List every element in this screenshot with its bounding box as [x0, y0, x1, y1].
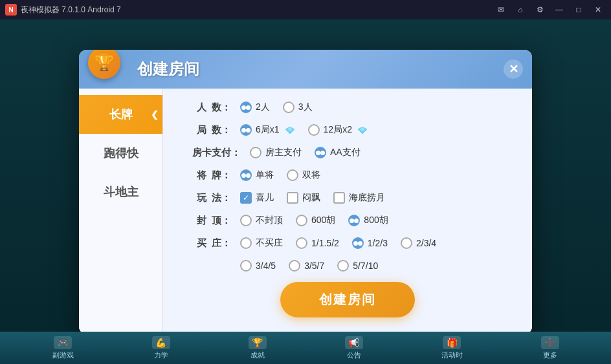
bottom-btn-more[interactable]: ➕ 更多: [541, 336, 559, 360]
gonggao-icon: 📢: [345, 336, 363, 349]
fangka-label: 房卡支付：: [183, 147, 241, 159]
settings-btn[interactable]: ⚙: [532, 3, 548, 16]
fengding-bufeng[interactable]: 不封顶: [240, 215, 283, 226]
wanfa-menpiao[interactable]: 闷飘: [287, 192, 320, 204]
renshu-row: 人 数： 2人 3人: [183, 102, 513, 114]
maizhuang-357[interactable]: 3/5/7: [289, 260, 324, 272]
dialog-title: 创建房间: [137, 59, 199, 80]
dialog-body: 长牌 跑得快 斗地主 人 数：: [79, 89, 532, 334]
renshu-label: 人 数：: [183, 102, 231, 114]
fengding-bufeng-radio[interactable]: [240, 215, 252, 226]
dialog-close-btn[interactable]: ✕: [504, 59, 523, 79]
jushu-options: 6局x1 12局x2: [240, 124, 368, 136]
jushu-label: 局 数：: [183, 124, 231, 136]
maizhuang-none[interactable]: 不买庄: [240, 237, 283, 249]
maizhuang-5710-radio[interactable]: [337, 260, 349, 272]
fangka-fangzhu[interactable]: 房主支付: [250, 147, 302, 158]
fangka-aa-radio[interactable]: [315, 147, 326, 158]
fengding-600[interactable]: 600胡: [296, 215, 335, 226]
maizhuang-234-radio[interactable]: [401, 237, 412, 249]
maizhuang-options2: 3/4/5 3/5/7 5/7/10: [240, 260, 378, 272]
renshu-2ren-radio[interactable]: [240, 102, 252, 113]
home-btn[interactable]: ⌂: [513, 3, 528, 16]
maizhuang-345-label: 3/4/5: [256, 261, 276, 271]
huodong-label: 活动时: [441, 350, 463, 360]
lixue-label: 力学: [154, 350, 168, 360]
renshu-3ren-label: 3人: [298, 102, 313, 113]
maizhuang-1152-radio[interactable]: [296, 237, 307, 249]
wanfa-label: 玩 法：: [183, 192, 231, 204]
app-logo: N: [5, 4, 17, 16]
window-controls: ✉ ⌂ ⚙ — □ ✕: [493, 3, 606, 16]
jushu-6x1-label: 6局x1: [256, 124, 280, 136]
jiangpai-shuangjian-radio[interactable]: [287, 169, 298, 181]
dialog-header: 🏆 创建房间 ✕: [79, 50, 532, 89]
maizhuang-5710[interactable]: 5/7/10: [337, 260, 378, 272]
huodong-icon: 🎁: [443, 336, 461, 349]
sidebar-item-paodekuai[interactable]: 跑得快: [79, 134, 162, 173]
maximize-btn[interactable]: □: [571, 3, 586, 16]
sidebar-item-changpai[interactable]: 长牌: [79, 95, 162, 134]
fengding-600-radio[interactable]: [296, 215, 307, 226]
bottom-btn-fugame[interactable]: 🎮 副游戏: [52, 336, 74, 360]
gonggao-label: 公告: [347, 350, 361, 360]
lixue-icon: 💪: [152, 336, 170, 349]
wanfa-haidilao[interactable]: 海底捞月: [333, 192, 385, 204]
app-title: 夜神模拟器 7.0.1.0 Android 7: [21, 5, 121, 16]
fengding-row: 封 顶： 不封顶 600胡: [183, 215, 513, 227]
window-close-btn[interactable]: ✕: [590, 3, 606, 16]
fangka-fangzhu-label: 房主支付: [265, 147, 302, 158]
maizhuang-345-radio[interactable]: [240, 260, 252, 272]
maizhuang-357-radio[interactable]: [289, 260, 300, 272]
form-content: 人 数： 2人 3人: [163, 89, 532, 334]
message-btn[interactable]: ✉: [493, 3, 509, 16]
renshu-2ren[interactable]: 2人: [240, 102, 270, 113]
maizhuang-234-label: 2/3/4: [416, 238, 436, 248]
jushu-12x2-label: 12局x2: [324, 124, 352, 136]
wanfa-xier[interactable]: ✓ 喜儿: [240, 192, 274, 204]
renshu-3ren-radio[interactable]: [283, 102, 294, 113]
maizhuang-123[interactable]: 1/2/3: [352, 237, 388, 249]
jiangpai-danjian[interactable]: 单将: [240, 169, 274, 181]
minimize-btn[interactable]: —: [551, 3, 567, 16]
bottom-btn-huodong[interactable]: 🎁 活动时: [441, 336, 463, 360]
fengding-800-radio[interactable]: [348, 215, 360, 226]
bottom-btn-gonggao[interactable]: 📢 公告: [345, 336, 363, 360]
fengding-label: 封 顶：: [183, 215, 231, 227]
gem-icon: [285, 126, 295, 134]
gem2-icon: [357, 126, 368, 134]
maizhuang-123-radio[interactable]: [352, 237, 364, 249]
jiangpai-shuangjian[interactable]: 双将: [287, 169, 320, 181]
fangka-aa[interactable]: AA支付: [315, 147, 361, 158]
wanfa-options: ✓ 喜儿 闷飘 海底捞月: [240, 192, 385, 204]
fengding-800[interactable]: 800胡: [348, 215, 388, 226]
sidebar: 长牌 跑得快 斗地主: [79, 89, 163, 334]
jushu-6x1[interactable]: 6局x1: [240, 124, 295, 136]
jiangpai-shuangjian-label: 双将: [302, 169, 320, 181]
wanfa-xier-checkbox[interactable]: ✓: [240, 192, 252, 204]
jushu-6x1-radio[interactable]: [240, 124, 252, 136]
fangka-options: 房主支付 AA支付: [250, 147, 361, 158]
maizhuang-none-radio[interactable]: [240, 237, 252, 249]
create-room-button[interactable]: 创建房间: [280, 282, 415, 317]
bottom-btn-lixue[interactable]: 💪 力学: [152, 336, 170, 360]
wanfa-haidilao-checkbox[interactable]: [333, 192, 345, 204]
fugame-label: 副游戏: [52, 350, 74, 360]
fangka-fangzhu-radio[interactable]: [250, 147, 261, 158]
renshu-3ren[interactable]: 3人: [283, 102, 313, 113]
jiangpai-options: 单将 双将: [240, 169, 320, 181]
jiangpai-danjian-radio[interactable]: [240, 169, 252, 181]
jiangpai-label: 将 牌：: [183, 169, 231, 182]
maizhuang-345[interactable]: 3/4/5: [240, 260, 276, 272]
create-room-dialog: 🏆 创建房间 ✕ 长牌 跑得快 斗地主 人: [79, 50, 532, 334]
wanfa-menpiao-checkbox[interactable]: [287, 192, 298, 204]
jushu-12x2[interactable]: 12局x2: [308, 124, 368, 136]
jushu-12x2-radio[interactable]: [308, 124, 320, 136]
maizhuang-234[interactable]: 2/3/4: [401, 237, 436, 249]
bottom-btn-chengju[interactable]: 🏆 成就: [249, 336, 267, 360]
more-label: 更多: [543, 350, 557, 360]
maizhuang-row: 买 庄： 不买庄 1/1.5/2: [183, 237, 513, 250]
wanfa-xier-label: 喜儿: [256, 192, 274, 204]
sidebar-item-doudizhu[interactable]: 斗地主: [79, 173, 162, 211]
maizhuang-1152[interactable]: 1/1.5/2: [296, 237, 339, 249]
